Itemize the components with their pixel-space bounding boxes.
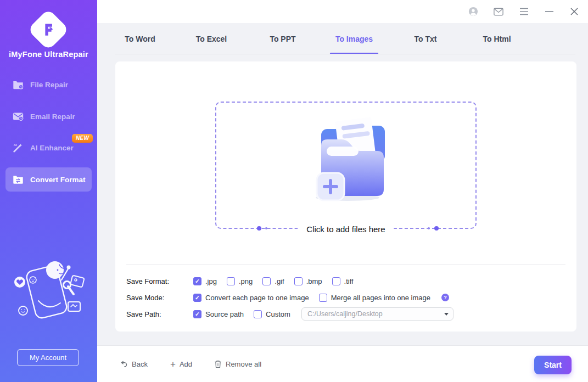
tab-to-txt[interactable]: To Txt	[390, 23, 461, 54]
format-bmp-option[interactable]: .bmp	[294, 277, 322, 285]
remove-all-label: Remove all	[226, 360, 261, 368]
trash-icon	[214, 360, 222, 368]
option-label: .png	[239, 277, 253, 285]
save-format-label: Save Format:	[126, 277, 193, 285]
tab-to-images[interactable]: To Images	[318, 23, 390, 54]
format-tiff-option[interactable]: .tiff	[332, 277, 354, 285]
option-label: .tiff	[344, 277, 354, 285]
path-source-option[interactable]: Source path	[193, 310, 244, 318]
help-icon[interactable]: ?	[441, 294, 449, 301]
save-options: Save Format: .jpg .png .gif	[126, 273, 565, 322]
tab-label: To Images	[335, 35, 373, 43]
option-label: .jpg	[205, 277, 217, 285]
convert-tabs: To Word To Excel To PPT To Images To Txt…	[104, 23, 576, 54]
checkbox[interactable]	[262, 277, 271, 285]
close-icon[interactable]	[569, 7, 579, 16]
tab-to-ppt[interactable]: To PPT	[247, 23, 318, 54]
decor-dot	[265, 227, 267, 229]
save-path-row: Save Path: Source path Custom	[126, 306, 565, 322]
back-button[interactable]: Back	[120, 346, 148, 382]
minimize-icon[interactable]	[544, 7, 554, 16]
divider	[126, 264, 565, 265]
add-files-folder-icon	[294, 113, 398, 206]
tab-to-excel[interactable]: To Excel	[176, 23, 247, 54]
mail-icon[interactable]	[494, 7, 503, 16]
checkbox[interactable]	[193, 294, 201, 302]
add-label: Add	[180, 360, 192, 368]
mail-clock-icon	[12, 110, 24, 122]
tab-label: To PPT	[270, 35, 295, 43]
checkbox[interactable]	[254, 310, 262, 318]
checkbox[interactable]	[332, 277, 340, 285]
tab-to-word[interactable]: To Word	[104, 23, 176, 54]
svg-text:AI: AI	[14, 143, 17, 147]
undo-icon	[120, 360, 128, 368]
option-label: .bmp	[306, 277, 322, 285]
window-titlebar	[97, 0, 588, 23]
checkbox[interactable]	[227, 277, 235, 285]
decor-dot	[434, 226, 439, 231]
plus-icon: +	[170, 359, 176, 369]
checkbox[interactable]	[294, 277, 303, 285]
format-png-option[interactable]: .png	[227, 277, 253, 285]
option-label: Convert each page to one image	[205, 294, 309, 302]
sidebar-item-label: AI Enhancer	[30, 144, 74, 152]
format-gif-option[interactable]: .gif	[262, 277, 284, 285]
tab-active-indicator	[330, 53, 378, 54]
sidebar-item-convert-format[interactable]: Convert Format	[5, 167, 92, 192]
mode-merge-option[interactable]: Merge all pages into one image	[319, 294, 430, 302]
decor-dot	[257, 226, 261, 231]
main-area: To Word To Excel To PPT To Images To Txt…	[97, 0, 588, 382]
save-mode-row: Save Mode: Convert each page to one imag…	[126, 289, 565, 306]
sidebar-item-label: Email Repair	[30, 113, 75, 121]
magic-wand-icon: AI	[12, 142, 24, 154]
decor-dot	[428, 227, 430, 229]
content-card: Click to add files here Save Format: .jp…	[115, 61, 576, 332]
save-format-row: Save Format: .jpg .png .gif	[126, 273, 565, 289]
path-custom-option[interactable]: Custom	[254, 310, 290, 318]
sidebar-item-email-repair[interactable]: Email Repair	[5, 104, 92, 128]
add-button[interactable]: + Add	[170, 346, 192, 382]
sidebar-item-file-repair[interactable]: File Repair	[5, 72, 92, 97]
my-account-button[interactable]: My Account	[17, 349, 79, 366]
option-label: Custom	[266, 310, 290, 318]
tab-label: To Excel	[196, 35, 227, 43]
tab-label: To Txt	[415, 35, 437, 43]
dropzone-label[interactable]: Click to add files here	[298, 224, 394, 234]
tab-to-html[interactable]: To Html	[461, 23, 533, 54]
brand-title: iMyFone UltraRepair	[0, 50, 97, 59]
mode-each-page-option[interactable]: Convert each page to one image	[193, 294, 309, 302]
folder-clock-icon	[12, 78, 24, 91]
account-icon[interactable]	[468, 7, 478, 16]
tab-label: To Html	[483, 35, 511, 43]
app-logo-icon	[27, 9, 69, 50]
checkbox[interactable]	[193, 310, 201, 318]
menu-icon[interactable]	[519, 7, 529, 16]
start-button[interactable]: Start	[534, 356, 572, 374]
back-label: Back	[132, 360, 148, 368]
dropdown-caret-icon[interactable]	[444, 313, 449, 316]
path-select[interactable]	[301, 307, 453, 321]
option-label: Merge all pages into one image	[331, 294, 430, 302]
bottom-toolbar: Back + Add Remove all Start	[97, 345, 588, 382]
repair-mascot-illustration	[7, 246, 89, 328]
app-window: iMyFone UltraRepair File Repair Email Re…	[0, 0, 588, 382]
save-path-label: Save Path:	[126, 310, 193, 318]
path-input[interactable]	[301, 307, 453, 321]
checkbox[interactable]	[319, 294, 327, 302]
sidebar: iMyFone UltraRepair File Repair Email Re…	[0, 0, 97, 382]
tab-label: To Word	[125, 35, 155, 43]
format-jpg-option[interactable]: .jpg	[193, 277, 217, 285]
titlebar-icons	[468, 0, 579, 23]
checkbox[interactable]	[193, 277, 201, 285]
sidebar-item-label: Convert Format	[30, 176, 86, 184]
folder-convert-icon	[12, 173, 24, 186]
option-label: .gif	[275, 277, 284, 285]
sidebar-item-label: File Repair	[30, 81, 68, 89]
new-badge: NEW	[72, 134, 93, 143]
file-dropzone[interactable]: Click to add files here	[215, 102, 477, 229]
logo-f-glyph	[40, 21, 57, 38]
remove-all-button[interactable]: Remove all	[214, 346, 261, 382]
option-label: Source path	[205, 310, 244, 318]
save-mode-label: Save Mode:	[126, 294, 193, 302]
